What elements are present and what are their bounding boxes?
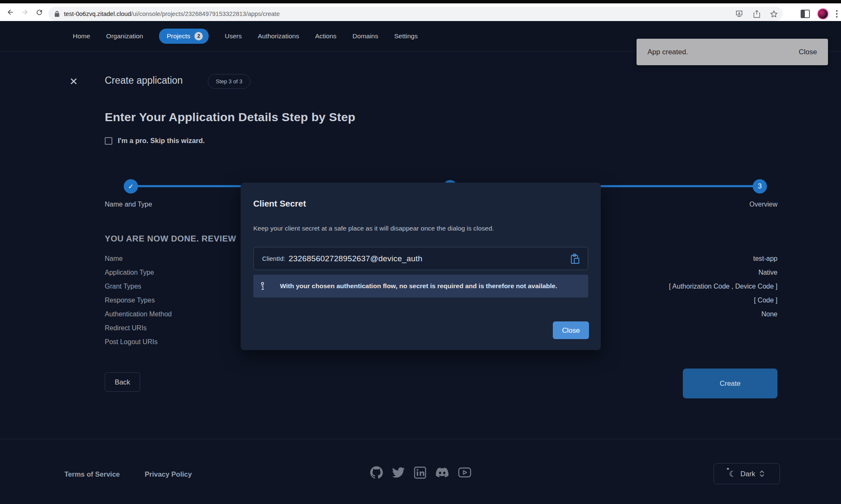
review-header: YOU ARE NOW DONE. REVIEW <box>105 234 236 244</box>
stepper-step3-current[interactable]: 3 <box>753 179 767 194</box>
screen: test-0o6zvq.zitadel.cloud/ui/console/pro… <box>0 0 841 504</box>
nav-item-users[interactable]: Users <box>225 32 241 40</box>
review-label-post-logout-uris: Post Logout URIs <box>105 338 157 346</box>
create-button[interactable]: Create <box>683 369 777 398</box>
stepper-step3-label: Overview <box>749 201 777 208</box>
url-bar[interactable]: test-0o6zvq.zitadel.cloud/ui/console/pro… <box>48 7 783 21</box>
client-id-field[interactable]: ClientId: 232685602728952637@device_auth <box>253 247 588 270</box>
twitter-icon[interactable] <box>392 466 405 479</box>
review-label-grant-types: Grant Types <box>105 283 141 290</box>
stepper-step1-label: Name and Type <box>105 201 152 208</box>
forward-icon[interactable] <box>18 5 32 19</box>
review-value-auth-method: None <box>761 310 777 318</box>
side-panel-icon[interactable] <box>801 10 810 18</box>
github-icon[interactable] <box>370 466 383 479</box>
stepper-step1-done[interactable]: ✓ <box>124 179 138 194</box>
youtube-icon[interactable] <box>458 467 471 478</box>
client-id-label: ClientId: <box>262 255 285 262</box>
terms-of-service-link[interactable]: Terms of Service <box>64 470 120 478</box>
chevron-updown-icon <box>759 470 764 477</box>
review-value-grant-types: [ Authorization Code , Device Code ] <box>669 283 777 290</box>
info-banner: With your chosen authentication flow, no… <box>253 275 588 297</box>
privacy-policy-link[interactable]: Privacy Policy <box>145 470 192 478</box>
review-label-auth-method: Authentication Method <box>105 310 172 318</box>
close-icon[interactable]: ✕ <box>69 76 78 88</box>
review-value-app-type: Native <box>759 269 777 276</box>
clipboard-copy-icon[interactable] <box>570 253 580 265</box>
lock-icon <box>54 11 60 17</box>
back-icon[interactable] <box>3 5 18 19</box>
social-links <box>370 466 471 479</box>
review-label-response-types: Response Types <box>105 297 155 304</box>
review-label-app-type: Application Type <box>105 269 154 276</box>
nav-item-projects-label: Projects <box>167 32 190 40</box>
client-id-value: 232685602728952637@device_auth <box>289 254 422 263</box>
review-label-name: Name <box>105 255 123 263</box>
install-icon[interactable] <box>735 10 743 18</box>
review-value-name: test-app <box>753 255 777 263</box>
nav-item-domains[interactable]: Domains <box>353 32 378 40</box>
nav-item-actions[interactable]: Actions <box>315 32 337 40</box>
toast-notification: App created. Close <box>637 39 828 65</box>
nav-item-organization[interactable]: Organization <box>106 32 143 40</box>
review-label-redirect-uris: Redirect URIs <box>105 324 147 332</box>
discord-icon[interactable] <box>435 466 449 479</box>
projects-count-badge: 2 <box>194 32 203 40</box>
info-icon <box>259 281 266 291</box>
theme-selector[interactable]: ✦☾ Dark <box>714 463 780 484</box>
review-value-response-types: [ Code ] <box>754 297 777 304</box>
browser-tab-strip <box>0 0 841 3</box>
dialog-close-button[interactable]: Close <box>553 321 589 339</box>
dialog-title: Client Secret <box>253 199 306 209</box>
nav-item-projects[interactable]: Projects 2 <box>159 29 209 44</box>
info-message: With your chosen authentication flow, no… <box>266 282 588 290</box>
client-secret-dialog: Client Secret Keep your client secret at… <box>241 183 601 350</box>
browser-toolbar: test-0o6zvq.zitadel.cloud/ui/console/pro… <box>0 3 841 21</box>
url-text: test-0o6zvq.zitadel.cloud/ui/console/pro… <box>64 11 280 17</box>
toast-close-button[interactable]: Close <box>799 48 817 56</box>
linkedin-icon[interactable] <box>414 467 426 479</box>
profile-avatar[interactable] <box>817 8 828 19</box>
moon-icon: ✦☾ <box>729 469 736 479</box>
back-button[interactable]: Back <box>105 372 140 392</box>
refresh-icon[interactable] <box>32 5 46 19</box>
share-icon[interactable] <box>753 10 760 18</box>
step-badge: Step 3 of 3 <box>208 74 250 89</box>
nav-item-authorizations[interactable]: Authorizations <box>258 32 299 40</box>
bookmark-star-icon[interactable] <box>769 10 778 19</box>
toast-message: App created. <box>647 48 688 56</box>
footer-divider <box>0 439 841 439</box>
wizard-heading: Enter Your Application Details Step by S… <box>105 110 356 124</box>
theme-selector-value: Dark <box>740 470 755 478</box>
nav-item-home[interactable]: Home <box>73 32 90 40</box>
skip-wizard-label: I'm a pro. Skip this wizard. <box>118 137 205 145</box>
menu-kebab-icon[interactable] <box>836 10 838 18</box>
page-title: Create application <box>105 75 183 86</box>
dialog-description: Keep your client secret at a safe place … <box>253 225 494 232</box>
skip-wizard-checkbox[interactable] <box>105 137 112 145</box>
nav-item-settings[interactable]: Settings <box>394 32 418 40</box>
